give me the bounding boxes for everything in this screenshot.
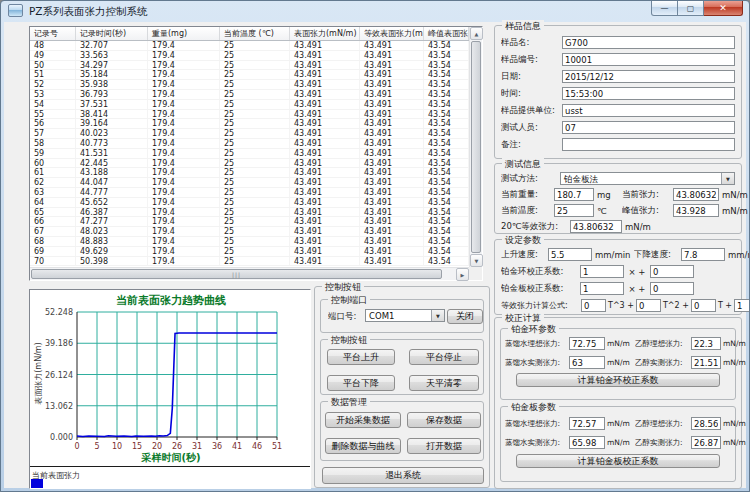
equiv-tension-label: 20℃等效张力: (501, 221, 567, 233)
platform-up-button[interactable]: 平台上升 (327, 349, 395, 365)
scroll-down-icon[interactable]: ▼ (470, 254, 483, 267)
table-row[interactable]: 5135.184179.42543.49143.49143.54 (30, 70, 469, 80)
calc-plate-coef-button[interactable]: 计算铂金板校正系数 (516, 454, 720, 468)
table-row[interactable]: 4832.707179.42543.49143.49143.54 (30, 41, 469, 51)
column-header-tension[interactable]: 表面张力(mN/m) (290, 27, 360, 40)
table-row[interactable]: 6244.047179.42543.49143.49143.54 (30, 178, 469, 188)
plate-coef-k-input[interactable] (580, 282, 624, 295)
ring-water-ideal-label: 蒸馏水理想张力: (505, 339, 567, 349)
maximize-button[interactable]: ▢ (678, 1, 704, 16)
sample-id-input[interactable] (562, 53, 735, 66)
table-row[interactable]: 6445.652179.42543.49143.49143.54 (30, 198, 469, 208)
plate-water-ideal-input[interactable] (569, 417, 605, 430)
plate-water-real-input[interactable] (569, 436, 605, 449)
peak-unit: mN/m (722, 206, 748, 216)
close-port-button[interactable]: 关闭 (447, 309, 483, 324)
fall-speed-input[interactable] (681, 248, 725, 261)
formula-d-input[interactable] (734, 299, 750, 312)
table-row[interactable]: 5740.023179.42543.49143.49143.54 (30, 129, 469, 139)
table-row[interactable]: 6042.445179.42543.49143.49143.54 (30, 159, 469, 169)
calc-ring-coef-button[interactable]: 计算铂金环校正系数 (516, 373, 720, 387)
column-header-weight[interactable]: 重量(mg) (148, 27, 220, 40)
formula-c-input[interactable] (691, 299, 716, 312)
ring-coef-b-input[interactable] (650, 265, 694, 278)
table-row[interactable]: 5034.297179.42543.49143.49143.54 (30, 61, 469, 71)
table-vertical-scrollbar[interactable]: ▲ ▼ (469, 27, 482, 267)
unit-mnm: mN/m (607, 438, 633, 447)
port-select[interactable]: COM1 ▼ (365, 309, 445, 322)
method-select[interactable]: 铂金板法 ▼ (560, 172, 735, 185)
formula-a-input[interactable] (581, 299, 606, 312)
column-header-record-no[interactable]: 记录号 (30, 27, 76, 40)
table-row[interactable]: 5235.938179.42543.49143.49143.54 (30, 80, 469, 90)
plate-alcohol-real-input[interactable] (691, 436, 721, 449)
plate-coef-b-input[interactable] (650, 282, 694, 295)
rise-speed-input[interactable] (548, 248, 592, 261)
chevron-down-icon[interactable]: ▼ (431, 310, 444, 321)
table-horizontal-scrollbar[interactable]: ||| ▶ (30, 267, 469, 280)
table-row[interactable]: 6344.777179.42543.49143.49143.54 (30, 188, 469, 198)
table-cell: 43.491 (360, 110, 424, 119)
platform-down-button[interactable]: 平台下降 (327, 375, 395, 391)
current-weight-input[interactable] (554, 188, 594, 201)
equiv-tension-input[interactable] (570, 220, 622, 233)
data-group-title: 数据管理 (328, 396, 370, 409)
port-group: 控制端口 端口号: COM1 ▼ 关闭 (320, 299, 484, 333)
table-row[interactable]: 6647.277179.42543.49143.49143.54 (30, 217, 469, 227)
column-header-temp[interactable]: 当前温度 (℃) (220, 27, 290, 40)
column-header-peak-tension[interactable]: 峰值表面张力(m... (424, 27, 469, 40)
ring-water-real-input[interactable] (569, 356, 605, 369)
table-row[interactable]: 5538.414179.42543.49143.49143.54 (30, 110, 469, 120)
open-data-button[interactable]: 打开数据 (407, 438, 481, 454)
table-row[interactable]: 4933.563179.42543.49143.49143.54 (30, 51, 469, 61)
close-button[interactable]: ✕ (704, 1, 743, 16)
balance-zero-button[interactable]: 天平清零 (409, 375, 479, 391)
minimize-button[interactable]: — (651, 1, 678, 16)
table-row[interactable]: 5840.773179.42543.49143.49143.54 (30, 139, 469, 149)
table-row[interactable]: 6143.188179.42543.49143.49143.54 (30, 168, 469, 178)
remark-input[interactable] (562, 138, 735, 151)
tester-label: 测试人员: (501, 122, 559, 134)
table-cell: 43.491 (360, 217, 424, 226)
table-row[interactable]: 5941.531179.42543.49143.49143.54 (30, 149, 469, 159)
table-row[interactable]: 5639.164179.42543.49143.49143.54 (30, 119, 469, 129)
table-row[interactable]: 6949.629179.42543.49143.49143.54 (30, 247, 469, 257)
column-header-time[interactable]: 记录时间(秒) (76, 27, 148, 40)
table-row[interactable]: 6546.387179.42543.49143.49143.54 (30, 208, 469, 218)
date-input[interactable] (562, 70, 735, 83)
time-input[interactable] (562, 87, 735, 100)
start-collect-button[interactable]: 开始采集数据 (325, 412, 401, 428)
formula-b-input[interactable] (636, 299, 661, 312)
platform-stop-button[interactable]: 平台停止 (409, 349, 479, 365)
table-cell: 25 (220, 188, 290, 197)
ring-alcohol-ideal-input[interactable] (691, 337, 721, 350)
ring-water-ideal-input[interactable] (569, 337, 605, 350)
current-temp-input[interactable] (554, 204, 594, 217)
current-tension-input[interactable] (673, 188, 719, 201)
table-row[interactable]: 6748.023179.42543.49143.49143.54 (30, 227, 469, 237)
plate-alcohol-ideal-input[interactable] (691, 417, 721, 430)
ring-alcohol-real-input[interactable] (691, 356, 721, 369)
table-cell: 62 (30, 178, 76, 187)
column-header-equiv-tension[interactable]: 等效表面张力(mN/... (360, 27, 424, 40)
ring-coef-k-input[interactable] (580, 265, 624, 278)
table-row[interactable]: 5437.531179.42543.49143.49143.54 (30, 100, 469, 110)
table-row[interactable]: 5336.793179.42543.49143.49143.54 (30, 90, 469, 100)
table-cell: 43.491 (360, 198, 424, 207)
table-row[interactable]: 6848.883179.42543.49143.49143.54 (30, 237, 469, 247)
scroll-right-icon[interactable]: ▶ (456, 268, 469, 281)
scroll-up-icon[interactable]: ▲ (470, 27, 483, 40)
peak-tension-input[interactable] (673, 204, 719, 217)
chevron-down-icon[interactable]: ▼ (721, 173, 734, 184)
legend-separator (30, 466, 310, 467)
save-data-button[interactable]: 保存数据 (407, 412, 481, 428)
provider-input[interactable] (562, 104, 735, 117)
sample-name-input[interactable] (562, 36, 735, 49)
exit-system-button[interactable]: 退出系统 (322, 467, 484, 484)
table-row[interactable]: 7050.398179.42543.49143.49143.54 (30, 257, 469, 267)
client-area: 记录号 记录时间(秒) 重量(mg) 当前温度 (℃) 表面张力(mN/m) 等… (4, 22, 746, 488)
horizontal-scroll-thumb[interactable]: ||| (31, 269, 442, 279)
vertical-scroll-thumb[interactable] (471, 41, 481, 253)
tester-input[interactable] (562, 121, 735, 134)
delete-data-button[interactable]: 删除数据与曲线 (325, 438, 401, 454)
